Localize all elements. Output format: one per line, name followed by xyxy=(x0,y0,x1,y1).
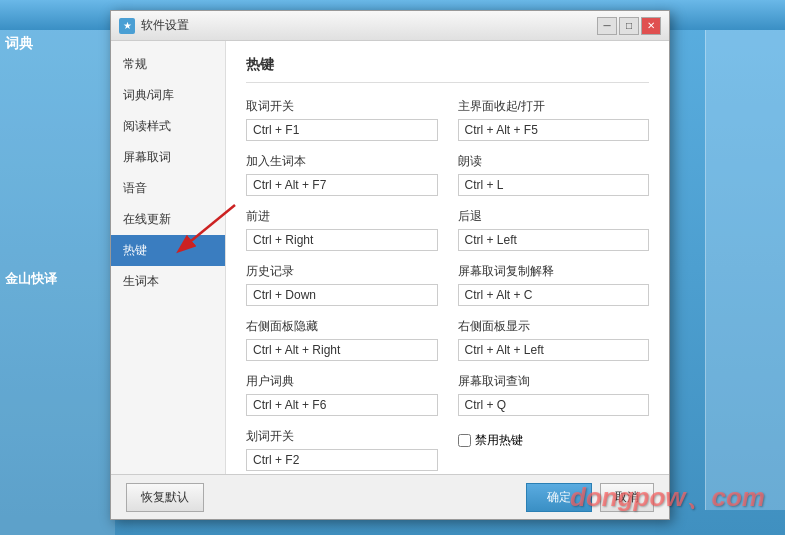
cancel-button[interactable]: 取消 xyxy=(600,483,654,512)
hotkey-input-3[interactable] xyxy=(458,174,650,196)
hotkey-label-11: 屏幕取词查询 xyxy=(458,373,650,390)
hotkey-item-7: 屏幕取词复制解释 xyxy=(458,263,650,306)
hotkey-item-6: 历史记录 xyxy=(246,263,438,306)
hotkey-item-13: 禁用热键 xyxy=(458,428,650,471)
dialog-controls: ─ □ ✕ xyxy=(597,17,661,35)
close-button[interactable]: ✕ xyxy=(641,17,661,35)
content-panel: 热键 取词开关 主界面收起/打开 加入生词本 朗读 xyxy=(226,41,669,474)
hotkey-item-9: 右侧面板显示 xyxy=(458,318,650,361)
hotkey-label-12: 划词开关 xyxy=(246,428,438,445)
dialog-icon: ★ xyxy=(119,18,135,34)
nav-item-update[interactable]: 在线更新 xyxy=(111,204,225,235)
hotkey-input-12[interactable] xyxy=(246,449,438,471)
hotkey-input-6[interactable] xyxy=(246,284,438,306)
hotkey-input-8[interactable] xyxy=(246,339,438,361)
hotkey-input-2[interactable] xyxy=(246,174,438,196)
maximize-button[interactable]: □ xyxy=(619,17,639,35)
minimize-button[interactable]: ─ xyxy=(597,17,617,35)
hotkey-item-1: 主界面收起/打开 xyxy=(458,98,650,141)
bg-right-panel xyxy=(705,30,785,510)
hotkey-label-3: 朗读 xyxy=(458,153,650,170)
bg-trans-label: 金山快译 xyxy=(5,270,57,288)
ok-button[interactable]: 确定 xyxy=(526,483,592,512)
hotkey-input-0[interactable] xyxy=(246,119,438,141)
hotkey-label-0: 取词开关 xyxy=(246,98,438,115)
hotkey-item-2: 加入生词本 xyxy=(246,153,438,196)
dialog-body: 常规 词典/词库 阅读样式 屏幕取词 语音 在线更新 热键 生词本 热键 取词开… xyxy=(111,41,669,474)
hotkey-item-5: 后退 xyxy=(458,208,650,251)
hotkey-label-2: 加入生词本 xyxy=(246,153,438,170)
footer-right-buttons: 确定 取消 xyxy=(526,483,654,512)
hotkey-input-11[interactable] xyxy=(458,394,650,416)
nav-item-voice[interactable]: 语音 xyxy=(111,173,225,204)
hotkey-label-9: 右侧面板显示 xyxy=(458,318,650,335)
hotkey-label-4: 前进 xyxy=(246,208,438,225)
hotkey-label-8: 右侧面板隐藏 xyxy=(246,318,438,335)
disable-hotkeys-label: 禁用热键 xyxy=(475,432,523,449)
hotkey-label-5: 后退 xyxy=(458,208,650,225)
hotkey-item-8: 右侧面板隐藏 xyxy=(246,318,438,361)
bg-dict-label: 词典 xyxy=(5,35,33,53)
disable-hotkeys-area: 禁用热键 xyxy=(458,432,650,449)
hotkey-label-6: 历史记录 xyxy=(246,263,438,280)
dialog-footer: 恢复默认 确定 取消 xyxy=(111,474,669,519)
dialog-titlebar: ★ 软件设置 ─ □ ✕ xyxy=(111,11,669,41)
settings-dialog: ★ 软件设置 ─ □ ✕ 常规 词典/词库 阅读样式 屏幕取词 语音 在线更新 … xyxy=(110,10,670,520)
nav-item-general[interactable]: 常规 xyxy=(111,49,225,80)
restore-button[interactable]: 恢复默认 xyxy=(126,483,204,512)
hotkey-input-4[interactable] xyxy=(246,229,438,251)
nav-item-dict[interactable]: 词典/词库 xyxy=(111,80,225,111)
nav-item-vocab[interactable]: 生词本 xyxy=(111,266,225,297)
disable-hotkeys-checkbox[interactable] xyxy=(458,434,471,447)
hotkey-label-1: 主界面收起/打开 xyxy=(458,98,650,115)
nav-item-screen[interactable]: 屏幕取词 xyxy=(111,142,225,173)
hotkey-input-7[interactable] xyxy=(458,284,650,306)
hotkey-label-7: 屏幕取词复制解释 xyxy=(458,263,650,280)
hotkey-item-10: 用户词典 xyxy=(246,373,438,416)
hotkey-item-3: 朗读 xyxy=(458,153,650,196)
hotkey-input-10[interactable] xyxy=(246,394,438,416)
hotkey-label-10: 用户词典 xyxy=(246,373,438,390)
hotkey-item-0: 取词开关 xyxy=(246,98,438,141)
nav-item-hotkey[interactable]: 热键 xyxy=(111,235,225,266)
hotkey-item-4: 前进 xyxy=(246,208,438,251)
nav-item-reading[interactable]: 阅读样式 xyxy=(111,111,225,142)
hotkey-input-1[interactable] xyxy=(458,119,650,141)
hotkey-grid: 取词开关 主界面收起/打开 加入生词本 朗读 前 xyxy=(246,98,649,471)
hotkey-input-5[interactable] xyxy=(458,229,650,251)
dialog-title: 软件设置 xyxy=(141,17,597,34)
content-title: 热键 xyxy=(246,56,649,83)
hotkey-item-11: 屏幕取词查询 xyxy=(458,373,650,416)
hotkey-input-9[interactable] xyxy=(458,339,650,361)
hotkey-item-12: 划词开关 xyxy=(246,428,438,471)
nav-panel: 常规 词典/词库 阅读样式 屏幕取词 语音 在线更新 热键 生词本 xyxy=(111,41,226,474)
